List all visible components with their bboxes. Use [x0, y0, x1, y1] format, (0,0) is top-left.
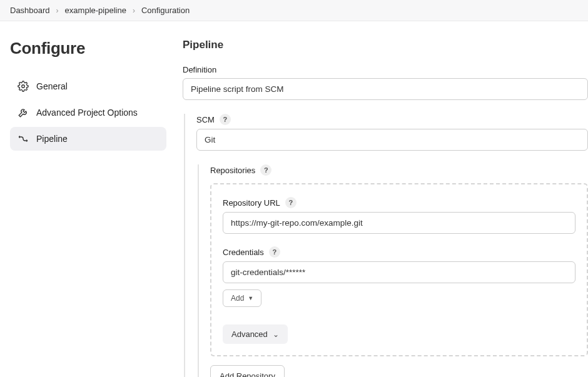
breadcrumb-item-current: Configuration — [141, 6, 190, 15]
add-credentials-button[interactable]: Add ▼ — [223, 289, 261, 307]
repository-entry: Repository URL ? Credentials ? — [210, 183, 588, 356]
sidebar-item-label: Advanced Project Options — [36, 108, 138, 118]
breadcrumb-item-pipeline[interactable]: example-pipeline — [65, 6, 126, 15]
advanced-toggle-button[interactable]: Advanced ⌄ — [223, 324, 288, 344]
chevron-right-icon: › — [56, 6, 59, 15]
chevron-down-icon: ⌄ — [273, 330, 279, 339]
caret-down-icon: ▼ — [248, 295, 253, 301]
help-icon[interactable]: ? — [285, 197, 297, 208]
pipeline-icon — [18, 133, 29, 144]
breadcrumb: Dashboard › example-pipeline › Configura… — [0, 0, 588, 21]
svg-point-0 — [22, 85, 25, 88]
scm-select[interactable] — [196, 129, 588, 151]
definition-label: Definition — [183, 65, 216, 74]
help-icon[interactable]: ? — [220, 114, 231, 125]
content-area: Pipeline Definition SCM ? Repositories — [173, 39, 588, 377]
gear-icon — [18, 81, 29, 92]
repo-url-label: Repository URL — [223, 198, 280, 208]
scm-label: SCM — [196, 115, 215, 124]
sidebar-item-advanced[interactable]: Advanced Project Options — [10, 101, 166, 124]
chevron-right-icon: › — [133, 6, 135, 15]
help-icon[interactable]: ? — [260, 164, 271, 176]
breadcrumb-item-dashboard[interactable]: Dashboard — [10, 6, 50, 15]
wrench-icon — [18, 107, 29, 118]
sidebar-item-general[interactable]: General — [10, 74, 166, 98]
credentials-label: Credentials — [223, 248, 264, 257]
sidebar-item-label: Pipeline — [36, 134, 68, 144]
sidebar-item-label: General — [36, 81, 68, 91]
page-title: Configure — [10, 39, 173, 58]
repo-url-input[interactable] — [223, 212, 575, 234]
repositories-label: Repositories — [210, 166, 255, 175]
section-heading: Pipeline — [183, 39, 588, 51]
advanced-label: Advanced — [231, 329, 268, 339]
help-icon[interactable]: ? — [269, 246, 280, 258]
add-repository-button[interactable]: Add Repository — [210, 365, 285, 377]
sidebar: Configure General Advanced Project Optio… — [10, 39, 173, 377]
add-repository-label: Add Repository — [220, 371, 275, 377]
add-button-label: Add — [231, 294, 244, 303]
definition-select[interactable] — [183, 78, 588, 100]
credentials-select[interactable] — [223, 261, 575, 283]
sidebar-item-pipeline[interactable]: Pipeline — [10, 127, 166, 151]
